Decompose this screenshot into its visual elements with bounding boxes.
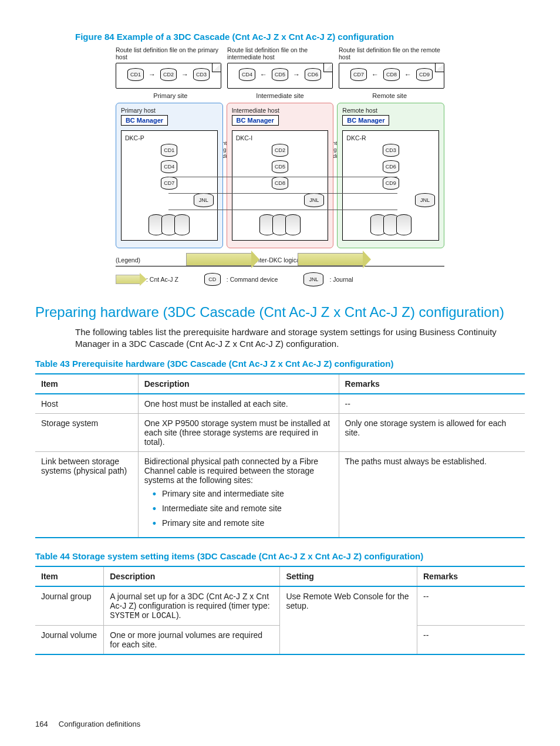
section-heading: Preparing hardware (3DC Cascade (Cnt Ac-… (35, 304, 525, 320)
cd-icon: CD2 (272, 144, 288, 157)
cd-icon: CD4 (239, 68, 255, 81)
cd-icon: CD3 (383, 144, 399, 157)
cd-icon: CD1 (161, 144, 177, 157)
cd-icon: CD9 (383, 177, 399, 190)
storage-cylinder-icon (396, 214, 411, 235)
arrow-left-icon: ← (260, 71, 267, 78)
route-file-remote: Route list definition file on the remote… (339, 46, 444, 89)
table-header: Remarks (339, 374, 525, 394)
cd-icon: CD (204, 273, 221, 286)
bc-manager-box: BC Manager (342, 115, 389, 126)
cnt-acj-z-arrow-icon (186, 253, 252, 266)
table-header: Item (35, 374, 138, 394)
cd-icon: CD5 (272, 68, 288, 81)
table-header: Description (138, 374, 339, 394)
body-paragraph: The following tables list the prerequisi… (75, 326, 525, 350)
table-row: Storage system One XP P9500 storage syst… (35, 413, 525, 451)
table-header: Item (35, 566, 104, 586)
journal-icon: JNL (303, 272, 323, 286)
table-header: Setting (280, 566, 417, 586)
intermediate-site-box: Intermediate host BC Manager DKC-I CD2 C… (227, 103, 334, 248)
arrow-left-icon: ← (372, 71, 379, 78)
legend-text: : Command device (227, 276, 278, 283)
cnt-acj-z-arrow-icon (298, 253, 363, 266)
cd-icon: CD9 (416, 68, 433, 81)
journal-icon: JNL (194, 193, 214, 207)
site-label: Intermediate site (225, 92, 335, 99)
cd-icon: CD5 (272, 160, 288, 173)
figure-caption: Figure 84 Example of a 3DC Cascade (Cnt … (75, 32, 525, 42)
list-item: Intermediate site and remote site (144, 503, 333, 515)
storage-cylinder-icon (174, 214, 190, 235)
route-file-primary: Route list definition file on the primar… (116, 46, 221, 89)
bc-manager-box: BC Manager (232, 115, 279, 126)
cd-icon: CD6 (305, 68, 321, 81)
footer-section: Configuration definitions (59, 720, 140, 728)
table-header: Remarks (417, 566, 525, 586)
arrow-right-icon: → (293, 71, 300, 78)
cd-icon: CD8 (383, 68, 400, 81)
table-row: Journal group A journal set up for a 3DC… (35, 586, 525, 626)
storage-cylinder-icon (285, 214, 301, 235)
page-footer: 164 Configuration definitions (35, 720, 140, 728)
document-page: Figure 84 Example of a 3DC Cascade (Cnt … (0, 0, 560, 746)
arrow-left-icon: ← (404, 71, 411, 78)
table-header: Description (104, 566, 280, 586)
remote-site-box: Remote host BC Manager DKC-R CD3 CD6 CD9… (337, 103, 444, 248)
cd-icon: CD7 (350, 68, 367, 81)
legend-heading: (Legend) (116, 256, 140, 264)
list-item: Primary site and intermediate site (144, 488, 333, 501)
table-44: Item Description Setting Remarks Journal… (35, 566, 525, 655)
cd-icon: CD8 (272, 177, 288, 190)
cd-icon: CD2 (160, 68, 177, 81)
table-row: Host One host must be installed at each … (35, 394, 525, 414)
list-item: Primary site and remote site (144, 518, 333, 530)
cnt-acj-z-arrow-icon (116, 275, 140, 284)
site-label: Primary site (116, 92, 225, 99)
table-caption: Table 44 Storage system setting items (3… (35, 551, 525, 561)
journal-icon: JNL (415, 193, 435, 207)
figure-84: Route list definition file on the primar… (35, 46, 525, 286)
legend-text: : Journal (329, 276, 353, 283)
table-43: Item Description Remarks Host One host m… (35, 373, 525, 538)
cd-icon: CD6 (383, 160, 399, 173)
cd-icon: CD1 (127, 68, 144, 81)
arrow-right-icon: → (181, 71, 188, 78)
cd-icon: CD4 (161, 160, 177, 173)
bc-manager-box: BC Manager (121, 115, 168, 126)
page-number: 164 (35, 720, 48, 728)
primary-site-box: Primary host BC Manager DKC-P CD1 CD4 CD… (116, 103, 223, 248)
site-label: Remote site (335, 92, 444, 99)
route-file-intermediate: Route list definition file on the interm… (227, 46, 333, 89)
arrow-right-icon: → (149, 71, 156, 78)
journal-icon: JNL (304, 193, 324, 207)
table-row: Link between storage systems (physical p… (35, 451, 525, 538)
table-caption: Table 43 Prerequisite hardware (3DC Casc… (35, 359, 525, 369)
cd-icon: CD3 (193, 68, 210, 81)
legend-text: : Cnt Ac-J Z (146, 276, 178, 283)
cd-icon: CD7 (161, 177, 177, 190)
